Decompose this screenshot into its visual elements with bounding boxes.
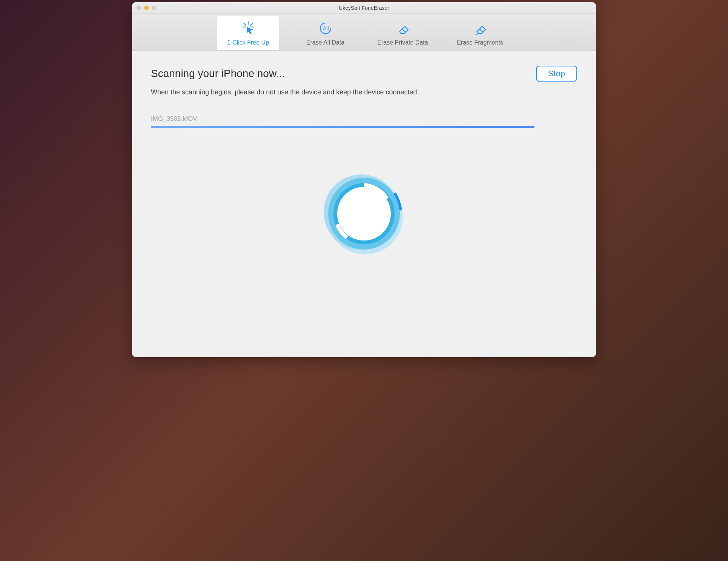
tab-erase-all-data[interactable]: All Erase All Data	[294, 16, 356, 50]
cursor-click-icon	[240, 20, 256, 36]
erase-all-icon: All	[318, 20, 333, 36]
window-title: UkeySoft FoneEraser	[132, 5, 596, 11]
spinner-container	[132, 171, 596, 258]
app-window: UkeySoft FoneEraser 1-Click Free Up A	[132, 2, 596, 357]
tab-erase-private-data[interactable]: Erase Private Data	[372, 16, 434, 50]
tab-1-click-free-up[interactable]: 1-Click Free Up	[217, 16, 279, 50]
svg-point-6	[329, 31, 330, 32]
header-row: Scanning your iPhone now... Stop	[151, 66, 577, 82]
scan-subtext: When the scanning begins, please do not …	[151, 88, 577, 96]
progress-fill	[151, 126, 534, 128]
progress-bar	[151, 126, 577, 128]
tab-label: Erase All Data	[306, 39, 344, 46]
loading-spinner-icon	[321, 171, 407, 258]
svg-line-7	[402, 29, 405, 32]
svg-line-8	[479, 29, 483, 32]
title-bar: UkeySoft FoneEraser	[132, 2, 596, 14]
svg-line-3	[250, 23, 252, 25]
stop-button[interactable]: Stop	[536, 66, 577, 82]
current-file-label: IMG_3505.MOV	[151, 115, 577, 123]
tab-label: Erase Private Data	[377, 39, 428, 46]
page-title: Scanning your iPhone now...	[151, 68, 285, 80]
tab-label: 1-Click Free Up	[227, 39, 269, 46]
tab-bar: 1-Click Free Up All Erase All Data Erase…	[132, 14, 596, 51]
tab-label: Erase Fragments	[457, 39, 503, 46]
main-area: Scanning your iPhone now... Stop When th…	[132, 51, 596, 357]
eraser-icon	[395, 20, 411, 36]
eraser-fragments-icon	[472, 20, 488, 36]
svg-line-2	[244, 23, 246, 25]
tab-erase-fragments[interactable]: Erase Fragments	[449, 16, 511, 50]
svg-text:All: All	[323, 25, 329, 31]
